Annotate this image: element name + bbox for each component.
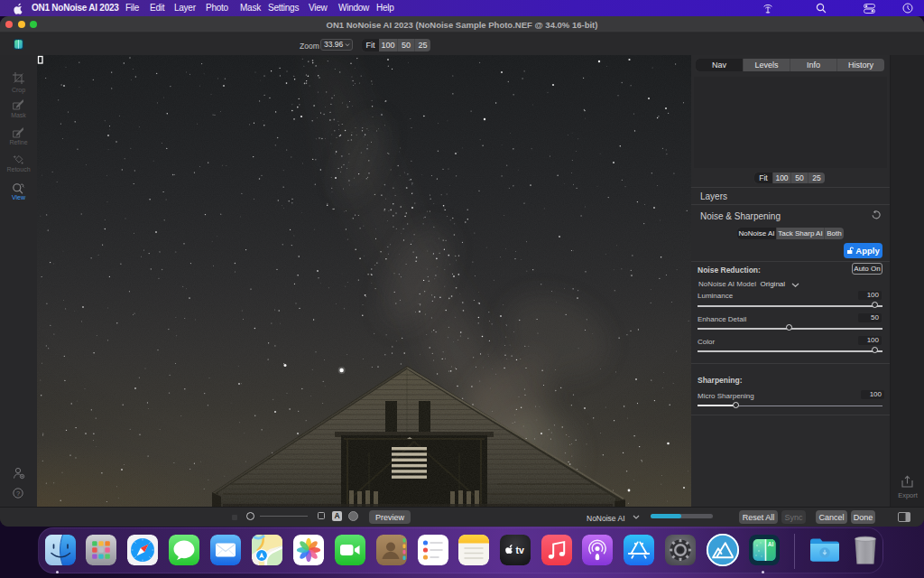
svg-text:tv: tv xyxy=(516,545,524,555)
svg-text:?: ? xyxy=(16,489,20,498)
svg-text:AI: AI xyxy=(768,541,774,547)
